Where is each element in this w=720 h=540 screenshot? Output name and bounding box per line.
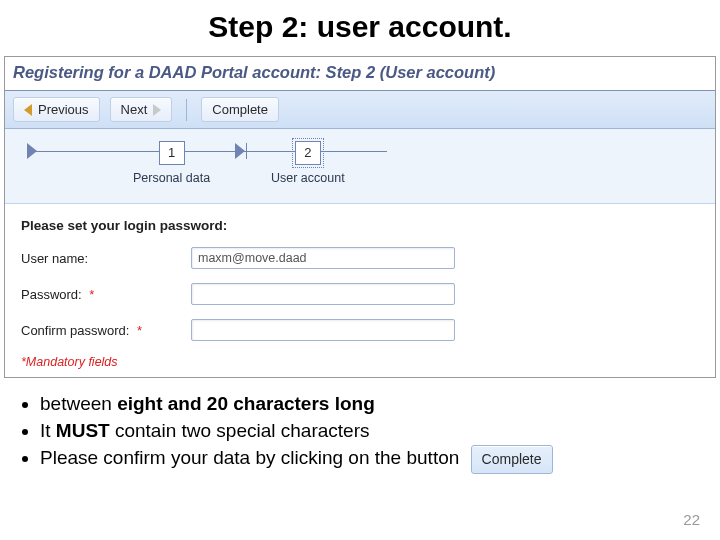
info-line-2: It MUST contain two special characters	[40, 419, 702, 444]
confirm-password-label-text: Confirm password:	[21, 323, 129, 338]
toolbar-separator	[186, 99, 187, 121]
password-label: Password: *	[21, 287, 191, 302]
wizard-step-1-label: Personal data	[133, 171, 210, 185]
info-line-1-bold: eight and 20 characters long	[117, 393, 375, 414]
chevron-left-icon	[24, 104, 32, 116]
form-area: Please set your login password: User nam…	[5, 204, 715, 377]
required-asterisk: *	[89, 287, 94, 302]
row-username: User name:	[21, 247, 699, 269]
info-line-2-bold: MUST	[56, 420, 110, 441]
username-label: User name:	[21, 251, 191, 266]
mandatory-note: *Mandatory fields	[21, 355, 699, 369]
info-line-3: Please confirm your data by clicking on …	[40, 445, 702, 473]
wizard-step-2-number: 2	[295, 141, 321, 165]
info-line-1-pre: between	[40, 393, 117, 414]
wizard-step-1-number: 1	[159, 141, 185, 165]
page-number: 22	[683, 511, 700, 528]
confirm-password-input[interactable]	[191, 319, 455, 341]
registration-panel: Registering for a DAAD Portal account: S…	[4, 56, 716, 378]
row-password: Password: *	[21, 283, 699, 305]
info-line-3-text: Please confirm your data by clicking on …	[40, 447, 459, 468]
wizard-toolbar: Previous Next Complete	[5, 91, 715, 129]
chevron-right-icon	[153, 104, 161, 116]
progress-end-tick	[246, 143, 247, 159]
complete-button[interactable]: Complete	[201, 97, 279, 122]
password-label-text: Password:	[21, 287, 82, 302]
info-bullets: between eight and 20 characters long It …	[18, 392, 702, 474]
info-line-1: between eight and 20 characters long	[40, 392, 702, 417]
info-line-2-post: contain two special characters	[110, 420, 370, 441]
confirm-password-label: Confirm password: *	[21, 323, 191, 338]
wizard-step-2[interactable]: 2 User account	[271, 141, 345, 185]
info-line-2-pre: It	[40, 420, 56, 441]
password-input[interactable]	[191, 283, 455, 305]
complete-button-inline[interactable]: Complete	[471, 445, 553, 473]
previous-button[interactable]: Previous	[13, 97, 100, 122]
previous-button-label: Previous	[38, 102, 89, 117]
username-input[interactable]	[191, 247, 455, 269]
required-asterisk: *	[137, 323, 142, 338]
panel-heading: Registering for a DAAD Portal account: S…	[5, 57, 715, 91]
wizard-progress: 1 Personal data 2 User account	[5, 129, 715, 204]
wizard-step-2-label: User account	[271, 171, 345, 185]
next-button-label: Next	[121, 102, 148, 117]
complete-button-label: Complete	[212, 102, 268, 117]
row-confirm-password: Confirm password: *	[21, 319, 699, 341]
slide-title: Step 2: user account.	[0, 10, 720, 44]
wizard-step-1[interactable]: 1 Personal data	[133, 141, 210, 185]
form-title: Please set your login password:	[21, 218, 699, 233]
next-button[interactable]: Next	[110, 97, 173, 122]
progress-arrow-icon	[235, 143, 245, 159]
